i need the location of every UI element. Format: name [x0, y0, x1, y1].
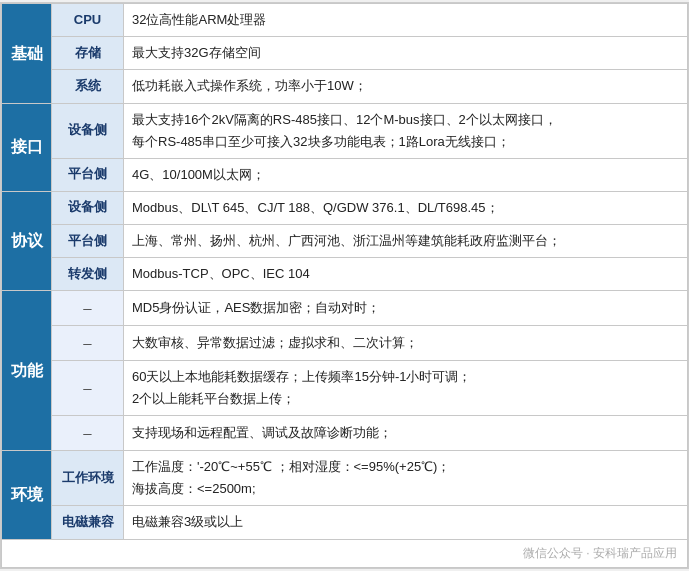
content-cell: 电磁兼容3级或以上 [124, 506, 688, 539]
content-cell: Modbus-TCP、OPC、IEC 104 [124, 258, 688, 291]
category-cell: 基础 [2, 4, 52, 103]
category-cell: 协议 [2, 191, 52, 290]
subcategory-cell: 电磁兼容 [52, 506, 124, 539]
subcategory-cell: CPU [52, 4, 124, 37]
content-cell: 最大支持16个2kV隔离的RS-485接口、12个M-bus接口、2个以太网接口… [124, 103, 688, 158]
content-cell: Modbus、DL\T 645、CJ/T 188、Q/GDW 376.1、DL/… [124, 191, 688, 224]
content-cell: 大数审核、异常数据过滤；虚拟求和、二次计算； [124, 326, 688, 361]
subcategory-cell: 设备侧 [52, 103, 124, 158]
subcategory-cell: – [52, 326, 124, 361]
subcategory-cell: – [52, 416, 124, 451]
subcategory-cell: – [52, 291, 124, 326]
subcategory-cell: 系统 [52, 70, 124, 103]
content-cell: 60天以上本地能耗数据缓存；上传频率15分钟-1小时可调；2个以上能耗平台数据上… [124, 361, 688, 416]
category-cell: 环境 [2, 451, 52, 539]
subcategory-cell: 转发侧 [52, 258, 124, 291]
content-cell: 低功耗嵌入式操作系统，功率小于10W； [124, 70, 688, 103]
content-cell: 上海、常州、扬州、杭州、广西河池、浙江温州等建筑能耗政府监测平台； [124, 224, 688, 257]
content-cell: 32位高性能ARM处理器 [124, 4, 688, 37]
content-cell: 4G、10/100M以太网； [124, 158, 688, 191]
content-cell: 最大支持32G存储空间 [124, 37, 688, 70]
content-cell: MD5身份认证，AES数据加密；自动对时； [124, 291, 688, 326]
subcategory-cell: 平台侧 [52, 158, 124, 191]
content-cell: 工作温度：'-20℃~+55℃ ；相对湿度：<=95%(+25℃)；海拔高度：<… [124, 451, 688, 506]
category-cell: 功能 [2, 291, 52, 451]
category-cell: 接口 [2, 103, 52, 191]
subcategory-cell: 设备侧 [52, 191, 124, 224]
content-cell: 支持现场和远程配置、调试及故障诊断功能； [124, 416, 688, 451]
subcategory-cell: 存储 [52, 37, 124, 70]
subcategory-cell: – [52, 361, 124, 416]
spec-table: 基础CPU32位高性能ARM处理器存储最大支持32G存储空间系统低功耗嵌入式操作… [0, 2, 689, 569]
watermark: 微信公众号 · 安科瑞产品应用 [2, 539, 688, 567]
subcategory-cell: 平台侧 [52, 224, 124, 257]
subcategory-cell: 工作环境 [52, 451, 124, 506]
